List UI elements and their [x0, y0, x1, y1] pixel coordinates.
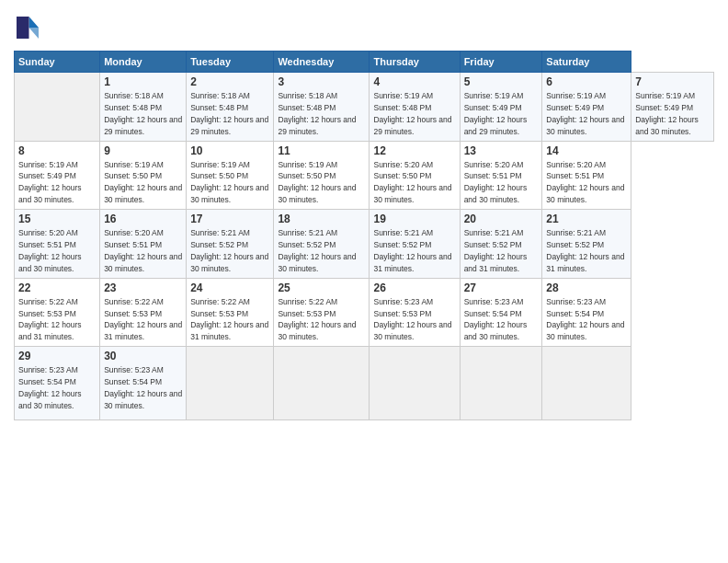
day-cell: 29 Sunrise: 5:23 AMSunset: 5:54 PMDaylig… — [15, 347, 100, 420]
header-day-sunday: Sunday — [15, 52, 100, 73]
day-info: Sunrise: 5:20 AMSunset: 5:51 PMDaylight:… — [546, 160, 624, 205]
calendar-header: SundayMondayTuesdayWednesdayThursdayFrid… — [15, 52, 714, 73]
day-cell: 4 Sunrise: 5:19 AMSunset: 5:48 PMDayligh… — [370, 73, 460, 142]
day-number: 15 — [18, 213, 96, 225]
day-number: 14 — [546, 144, 627, 157]
day-number: 1 — [104, 75, 182, 88]
week-row-1: 1 Sunrise: 5:18 AMSunset: 5:48 PMDayligh… — [15, 73, 714, 142]
day-cell: 11 Sunrise: 5:19 AMSunset: 5:50 PMDaylig… — [274, 141, 370, 210]
day-cell — [15, 73, 100, 142]
day-info: Sunrise: 5:21 AMSunset: 5:52 PMDaylight:… — [278, 228, 356, 273]
day-number: 24 — [190, 282, 269, 294]
day-number: 5 — [464, 75, 539, 88]
day-cell: 9 Sunrise: 5:19 AMSunset: 5:50 PMDayligh… — [100, 141, 187, 210]
svg-rect-2 — [17, 17, 29, 39]
day-number: 12 — [373, 144, 455, 157]
day-number: 30 — [104, 350, 182, 362]
day-cell: 20 Sunrise: 5:21 AMSunset: 5:52 PMDaylig… — [460, 210, 542, 279]
day-cell: 17 Sunrise: 5:21 AMSunset: 5:52 PMDaylig… — [187, 210, 274, 279]
day-number: 7 — [635, 75, 710, 88]
header-day-monday: Monday — [100, 52, 187, 73]
day-cell: 14 Sunrise: 5:20 AMSunset: 5:51 PMDaylig… — [542, 141, 631, 210]
day-info: Sunrise: 5:22 AMSunset: 5:53 PMDaylight:… — [104, 297, 182, 342]
day-number: 28 — [546, 282, 627, 294]
day-cell: 27 Sunrise: 5:23 AMSunset: 5:54 PMDaylig… — [460, 278, 542, 347]
day-number: 8 — [18, 144, 96, 157]
day-info: Sunrise: 5:22 AMSunset: 5:53 PMDaylight:… — [18, 297, 82, 342]
header-day-wednesday: Wednesday — [274, 52, 370, 73]
day-cell: 16 Sunrise: 5:20 AMSunset: 5:51 PMDaylig… — [100, 210, 187, 279]
header-day-thursday: Thursday — [370, 52, 460, 73]
calendar-table: SundayMondayTuesdayWednesdayThursdayFrid… — [14, 51, 714, 420]
header-row: SundayMondayTuesdayWednesdayThursdayFrid… — [15, 52, 714, 73]
day-cell: 15 Sunrise: 5:20 AMSunset: 5:51 PMDaylig… — [15, 210, 100, 279]
logo-icon — [14, 14, 41, 41]
header-day-friday: Friday — [460, 52, 542, 73]
day-info: Sunrise: 5:23 AMSunset: 5:54 PMDaylight:… — [546, 297, 624, 342]
day-info: Sunrise: 5:21 AMSunset: 5:52 PMDaylight:… — [190, 228, 268, 273]
day-number: 2 — [190, 75, 269, 88]
day-cell — [460, 347, 542, 420]
day-number: 17 — [190, 213, 269, 225]
day-cell: 10 Sunrise: 5:19 AMSunset: 5:50 PMDaylig… — [187, 141, 274, 210]
day-cell: 2 Sunrise: 5:18 AMSunset: 5:48 PMDayligh… — [187, 73, 274, 142]
day-cell: 28 Sunrise: 5:23 AMSunset: 5:54 PMDaylig… — [542, 278, 631, 347]
day-cell: 12 Sunrise: 5:20 AMSunset: 5:50 PMDaylig… — [370, 141, 460, 210]
week-row-4: 22 Sunrise: 5:22 AMSunset: 5:53 PMDaylig… — [15, 278, 714, 347]
day-cell: 6 Sunrise: 5:19 AMSunset: 5:49 PMDayligh… — [542, 73, 631, 142]
day-info: Sunrise: 5:20 AMSunset: 5:51 PMDaylight:… — [104, 228, 182, 273]
day-cell: 25 Sunrise: 5:22 AMSunset: 5:53 PMDaylig… — [274, 278, 370, 347]
day-cell — [187, 347, 274, 420]
day-number: 27 — [464, 282, 539, 294]
day-cell — [274, 347, 370, 420]
day-number: 21 — [546, 213, 627, 225]
day-info: Sunrise: 5:22 AMSunset: 5:53 PMDaylight:… — [278, 297, 356, 342]
day-number: 4 — [373, 75, 455, 88]
day-info: Sunrise: 5:23 AMSunset: 5:54 PMDaylight:… — [18, 365, 82, 410]
week-row-3: 15 Sunrise: 5:20 AMSunset: 5:51 PMDaylig… — [15, 210, 714, 279]
day-info: Sunrise: 5:20 AMSunset: 5:50 PMDaylight:… — [373, 160, 451, 205]
day-info: Sunrise: 5:19 AMSunset: 5:49 PMDaylight:… — [464, 91, 528, 136]
day-number: 22 — [18, 282, 96, 294]
day-info: Sunrise: 5:19 AMSunset: 5:49 PMDaylight:… — [546, 91, 624, 136]
day-info: Sunrise: 5:20 AMSunset: 5:51 PMDaylight:… — [18, 228, 82, 273]
day-cell — [542, 347, 631, 420]
day-number: 23 — [104, 282, 182, 294]
day-cell: 13 Sunrise: 5:20 AMSunset: 5:51 PMDaylig… — [460, 141, 542, 210]
page: SundayMondayTuesdayWednesdayThursdayFrid… — [0, 0, 728, 563]
day-cell — [370, 347, 460, 420]
day-cell: 1 Sunrise: 5:18 AMSunset: 5:48 PMDayligh… — [100, 73, 187, 142]
day-cell: 23 Sunrise: 5:22 AMSunset: 5:53 PMDaylig… — [100, 278, 187, 347]
svg-marker-1 — [29, 28, 40, 39]
day-number: 18 — [278, 213, 365, 225]
day-cell: 21 Sunrise: 5:21 AMSunset: 5:52 PMDaylig… — [542, 210, 631, 279]
day-info: Sunrise: 5:18 AMSunset: 5:48 PMDaylight:… — [190, 91, 268, 136]
day-number: 20 — [464, 213, 539, 225]
day-cell: 30 Sunrise: 5:23 AMSunset: 5:54 PMDaylig… — [100, 347, 187, 420]
day-info: Sunrise: 5:23 AMSunset: 5:54 PMDaylight:… — [464, 297, 528, 342]
day-info: Sunrise: 5:19 AMSunset: 5:48 PMDaylight:… — [373, 91, 451, 136]
day-info: Sunrise: 5:21 AMSunset: 5:52 PMDaylight:… — [546, 228, 624, 273]
day-cell: 8 Sunrise: 5:19 AMSunset: 5:49 PMDayligh… — [15, 141, 100, 210]
header — [14, 14, 714, 41]
day-number: 11 — [278, 144, 365, 157]
day-info: Sunrise: 5:18 AMSunset: 5:48 PMDaylight:… — [104, 91, 182, 136]
day-number: 25 — [278, 282, 365, 294]
day-info: Sunrise: 5:21 AMSunset: 5:52 PMDaylight:… — [373, 228, 451, 273]
day-info: Sunrise: 5:19 AMSunset: 5:49 PMDaylight:… — [635, 91, 699, 136]
day-info: Sunrise: 5:19 AMSunset: 5:50 PMDaylight:… — [104, 160, 182, 205]
day-number: 19 — [373, 213, 455, 225]
day-info: Sunrise: 5:20 AMSunset: 5:51 PMDaylight:… — [464, 160, 528, 205]
logo — [14, 14, 45, 41]
week-row-2: 8 Sunrise: 5:19 AMSunset: 5:49 PMDayligh… — [15, 141, 714, 210]
day-cell: 22 Sunrise: 5:22 AMSunset: 5:53 PMDaylig… — [15, 278, 100, 347]
day-number: 13 — [464, 144, 539, 157]
day-number: 3 — [278, 75, 365, 88]
day-cell: 19 Sunrise: 5:21 AMSunset: 5:52 PMDaylig… — [370, 210, 460, 279]
day-info: Sunrise: 5:23 AMSunset: 5:54 PMDaylight:… — [104, 365, 182, 410]
day-cell: 24 Sunrise: 5:22 AMSunset: 5:53 PMDaylig… — [187, 278, 274, 347]
day-number: 16 — [104, 213, 182, 225]
header-day-tuesday: Tuesday — [187, 52, 274, 73]
day-info: Sunrise: 5:19 AMSunset: 5:50 PMDaylight:… — [278, 160, 356, 205]
day-info: Sunrise: 5:23 AMSunset: 5:53 PMDaylight:… — [373, 297, 451, 342]
